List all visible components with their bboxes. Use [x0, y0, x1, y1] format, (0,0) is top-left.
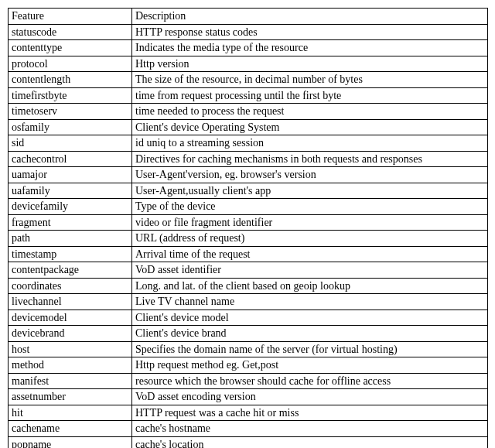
cell-feature: uamajor — [9, 167, 132, 183]
cell-feature: timetoserv — [9, 104, 132, 120]
cell-feature: osfamily — [9, 119, 132, 135]
cell-feature: devicemodel — [9, 309, 132, 326]
cell-description: Client's device Operating System — [132, 119, 488, 135]
table-row: pathURL (address of request) — [9, 231, 488, 247]
table-row: sidid uniq to a streaming session — [9, 135, 488, 152]
cell-feature: manifest — [9, 373, 132, 389]
cell-feature: path — [9, 231, 132, 247]
cell-feature: devicebrand — [9, 326, 132, 342]
cell-description: Long. and lat. of the client based on ge… — [132, 278, 488, 294]
cell-feature: timestamp — [9, 246, 132, 262]
cell-feature: host — [9, 341, 132, 357]
cell-feature: sid — [9, 135, 132, 152]
table-row: contenttypeIndicates the media type of t… — [9, 40, 488, 56]
cell-feature: contentpackage — [9, 262, 132, 279]
cell-description: Http request method eg. Get,post — [132, 357, 488, 374]
table-row: methodHttp request method eg. Get,post — [9, 357, 488, 374]
table-row: uafamilyUser-Agent,usually client's app — [9, 183, 488, 199]
cell-description: The size of the resource, in decimal num… — [132, 72, 488, 88]
cell-description: Client's device brand — [132, 326, 488, 342]
cell-description: Type of the device — [132, 199, 488, 215]
table-row: contentpackageVoD asset identifier — [9, 262, 488, 279]
table-row: timetoservtime needed to process the req… — [9, 104, 488, 120]
cell-feature: cachename — [9, 421, 132, 437]
cell-feature: cachecontrol — [9, 151, 132, 167]
table-row: statuscodeHTTP response status codes — [9, 24, 488, 40]
cell-description: cache's hostname — [132, 421, 488, 437]
header-feature: Feature — [9, 9, 132, 25]
cell-feature: popname — [9, 436, 132, 448]
cell-description: User-Agent'version, eg. browser's versio… — [132, 167, 488, 183]
table-body: Feature Description statuscodeHTTP respo… — [9, 9, 488, 449]
table-row: timestampArrival time of the request — [9, 246, 488, 262]
table-row: cachenamecache's hostname — [9, 421, 488, 437]
header-description: Description — [132, 9, 488, 25]
table-row: osfamilyClient's device Operating System — [9, 119, 488, 135]
cell-feature: devicefamily — [9, 199, 132, 215]
table-row: fragmentvideo or file fragment identifie… — [9, 214, 488, 231]
table-row: assetnumberVoD asset encoding version — [9, 389, 488, 405]
table-header-row: Feature Description — [9, 9, 488, 25]
table-row: cachecontrolDirectives for caching mecha… — [9, 151, 488, 167]
table-row: popnamecache's location — [9, 436, 488, 448]
cell-feature: statuscode — [9, 24, 132, 40]
cell-description: cache's location — [132, 436, 488, 448]
cell-description: Arrival time of the request — [132, 246, 488, 262]
cell-description: video or file fragment identifier — [132, 214, 488, 231]
cell-description: Specifies the domain name of the server … — [132, 341, 488, 357]
cell-description: VoD asset identifier — [132, 262, 488, 279]
cell-feature: assetnumber — [9, 389, 132, 405]
features-table: Feature Description statuscodeHTTP respo… — [8, 8, 488, 448]
cell-feature: hit — [9, 405, 132, 421]
table-row: devicefamilyType of the device — [9, 199, 488, 215]
cell-feature: fragment — [9, 214, 132, 231]
cell-feature: protocol — [9, 56, 132, 72]
table-row: protocolHttp version — [9, 56, 488, 72]
cell-feature: contenttype — [9, 40, 132, 56]
cell-description: User-Agent,usually client's app — [132, 183, 488, 199]
table-row: coordinatesLong. and lat. of the client … — [9, 278, 488, 294]
cell-feature: method — [9, 357, 132, 374]
table-row: livechannelLive TV channel name — [9, 294, 488, 310]
cell-feature: contentlength — [9, 72, 132, 88]
cell-description: HTTP response status codes — [132, 24, 488, 40]
cell-feature: timefirstbyte — [9, 87, 132, 104]
table-row: devicebrandClient's device brand — [9, 326, 488, 342]
cell-feature: coordinates — [9, 278, 132, 294]
cell-description: Http version — [132, 56, 488, 72]
cell-description: Live TV channel name — [132, 294, 488, 310]
cell-description: time needed to process the request — [132, 104, 488, 120]
table-row: contentlengthThe size of the resource, i… — [9, 72, 488, 88]
cell-description: HTTP request was a cache hit or miss — [132, 405, 488, 421]
cell-description: Indicates the media type of the resource — [132, 40, 488, 56]
table-row: hostSpecifies the domain name of the ser… — [9, 341, 488, 357]
cell-description: Directives for caching mechanisms in bot… — [132, 151, 488, 167]
table-row: devicemodelClient's device model — [9, 309, 488, 326]
cell-description: VoD asset encoding version — [132, 389, 488, 405]
table-row: uamajorUser-Agent'version, eg. browser's… — [9, 167, 488, 183]
table-row: timefirstbytetime from request processin… — [9, 87, 488, 104]
table-row: manifestresource which the browser shoul… — [9, 373, 488, 389]
cell-feature: livechannel — [9, 294, 132, 310]
cell-description: time from request processing until the f… — [132, 87, 488, 104]
cell-description: Client's device model — [132, 309, 488, 326]
cell-feature: uafamily — [9, 183, 132, 199]
cell-description: URL (address of request) — [132, 231, 488, 247]
cell-description: id uniq to a streaming session — [132, 135, 488, 152]
table-row: hitHTTP request was a cache hit or miss — [9, 405, 488, 421]
cell-description: resource which the browser should cache … — [132, 373, 488, 389]
